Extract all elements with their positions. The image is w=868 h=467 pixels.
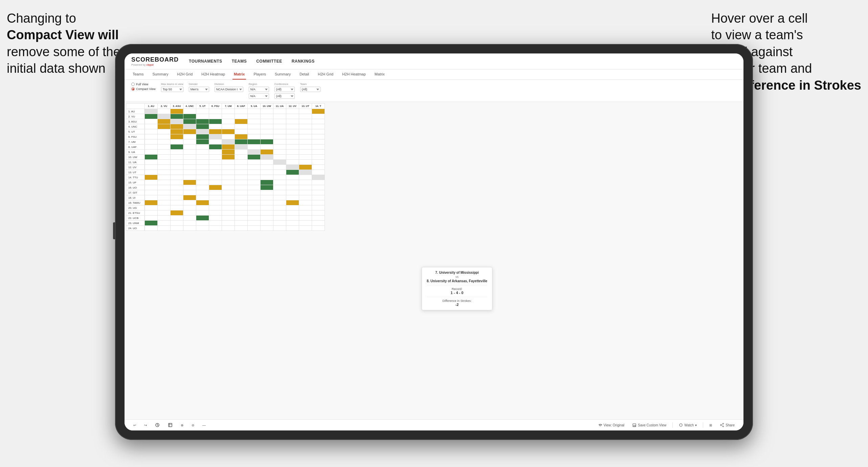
matrix-cell[interactable]	[286, 124, 299, 129]
tab-h2h-heatmap-1[interactable]: H2H Heatmap	[200, 69, 226, 80]
matrix-cell[interactable]	[145, 216, 158, 221]
matrix-cell[interactable]	[286, 165, 299, 170]
matrix-cell[interactable]	[286, 114, 299, 119]
matrix-cell[interactable]	[145, 221, 158, 226]
matrix-cell[interactable]	[248, 129, 261, 134]
matrix-cell[interactable]	[209, 124, 222, 129]
matrix-cell[interactable]	[145, 190, 158, 195]
matrix-cell[interactable]	[196, 180, 209, 185]
matrix-cell[interactable]	[158, 205, 171, 210]
matrix-cell[interactable]	[171, 210, 183, 216]
matrix-cell[interactable]	[299, 119, 312, 124]
matrix-cell[interactable]	[273, 200, 286, 205]
matrix-cell[interactable]	[222, 150, 235, 155]
matrix-cell[interactable]	[158, 216, 171, 221]
undo-button[interactable]: ↩	[131, 422, 138, 428]
matrix-cell[interactable]	[145, 144, 158, 150]
matrix-cell[interactable]	[248, 210, 261, 216]
matrix-cell[interactable]	[286, 205, 299, 210]
matrix-cell[interactable]	[196, 185, 209, 190]
tab-h2h-grid-2[interactable]: H2H Grid	[316, 69, 335, 80]
matrix-cell[interactable]	[248, 165, 261, 170]
matrix-cell[interactable]	[261, 185, 273, 190]
matrix-cell[interactable]	[196, 205, 209, 210]
tab-h2h-grid-1[interactable]: H2H Grid	[176, 69, 194, 80]
matrix-cell[interactable]	[209, 139, 222, 144]
matrix-cell[interactable]	[248, 175, 261, 180]
matrix-cell[interactable]	[196, 216, 209, 221]
matrix-cell[interactable]	[209, 134, 222, 139]
matrix-cell[interactable]	[183, 210, 196, 216]
matrix-cell[interactable]	[312, 139, 325, 144]
matrix-cell[interactable]	[209, 119, 222, 124]
matrix-cell[interactable]	[261, 195, 273, 200]
matrix-cell[interactable]	[248, 139, 261, 144]
matrix-cell[interactable]	[235, 200, 248, 205]
matrix-cell[interactable]	[183, 200, 196, 205]
matrix-cell[interactable]	[286, 216, 299, 221]
matrix-cell[interactable]	[183, 124, 196, 129]
matrix-cell[interactable]	[158, 190, 171, 195]
matrix-cell[interactable]	[261, 200, 273, 205]
matrix-cell[interactable]	[145, 150, 158, 155]
matrix-cell[interactable]	[261, 119, 273, 124]
matrix-cell[interactable]	[196, 165, 209, 170]
matrix-cell[interactable]	[261, 180, 273, 185]
matrix-cell[interactable]	[273, 119, 286, 124]
matrix-cell[interactable]	[235, 221, 248, 226]
matrix-cell[interactable]	[273, 180, 286, 185]
matrix-cell[interactable]	[196, 119, 209, 124]
matrix-cell[interactable]	[312, 210, 325, 216]
matrix-cell[interactable]	[209, 200, 222, 205]
nav-committee[interactable]: COMMITTEE	[256, 59, 282, 64]
matrix-cell[interactable]	[299, 180, 312, 185]
matrix-cell[interactable]	[158, 170, 171, 175]
matrix-cell[interactable]	[273, 129, 286, 134]
matrix-cell[interactable]	[312, 155, 325, 160]
matrix-cell[interactable]	[222, 195, 235, 200]
matrix-cell[interactable]	[183, 144, 196, 150]
matrix-cell[interactable]	[171, 200, 183, 205]
matrix-cell[interactable]	[145, 109, 158, 114]
matrix-cell[interactable]	[248, 134, 261, 139]
matrix-cell[interactable]	[183, 216, 196, 221]
matrix-cell[interactable]	[196, 190, 209, 195]
matrix-cell[interactable]	[286, 226, 299, 231]
matrix-cell[interactable]	[248, 155, 261, 160]
matrix-cell[interactable]	[196, 129, 209, 134]
matrix-cell[interactable]	[273, 160, 286, 165]
matrix-cell[interactable]	[196, 109, 209, 114]
matrix-cell[interactable]	[312, 221, 325, 226]
matrix-cell[interactable]	[299, 124, 312, 129]
matrix-cell[interactable]	[261, 216, 273, 221]
matrix-cell[interactable]	[145, 175, 158, 180]
matrix-cell[interactable]	[248, 195, 261, 200]
matrix-cell[interactable]	[273, 226, 286, 231]
matrix-cell[interactable]	[158, 160, 171, 165]
matrix-cell[interactable]	[171, 139, 183, 144]
matrix-cell[interactable]	[222, 114, 235, 119]
matrix-cell[interactable]	[299, 139, 312, 144]
matrix-cell[interactable]	[222, 124, 235, 129]
matrix-cell[interactable]	[145, 170, 158, 175]
matrix-cell[interactable]	[158, 134, 171, 139]
matrix-cell[interactable]	[171, 160, 183, 165]
matrix-cell[interactable]	[171, 144, 183, 150]
matrix-cell[interactable]	[261, 114, 273, 119]
matrix-cell[interactable]	[196, 114, 209, 119]
matrix-cell[interactable]	[209, 205, 222, 210]
matrix-cell[interactable]	[158, 139, 171, 144]
matrix-cell[interactable]	[299, 170, 312, 175]
matrix-container[interactable]: 1. AU 2. VU 3. ASU 4. UNC 5. UT 6. FSU 7…	[125, 102, 743, 419]
nav-tournaments[interactable]: TOURNAMENTS	[189, 59, 222, 64]
matrix-cell[interactable]	[171, 170, 183, 175]
matrix-cell[interactable]	[286, 155, 299, 160]
matrix-cell[interactable]	[209, 129, 222, 134]
matrix-cell[interactable]	[248, 150, 261, 155]
matrix-cell[interactable]	[222, 221, 235, 226]
matrix-cell[interactable]	[145, 129, 158, 134]
filter-team-select[interactable]: (All)	[300, 87, 320, 92]
matrix-cell[interactable]	[248, 226, 261, 231]
matrix-cell[interactable]	[209, 226, 222, 231]
matrix-cell[interactable]	[235, 226, 248, 231]
